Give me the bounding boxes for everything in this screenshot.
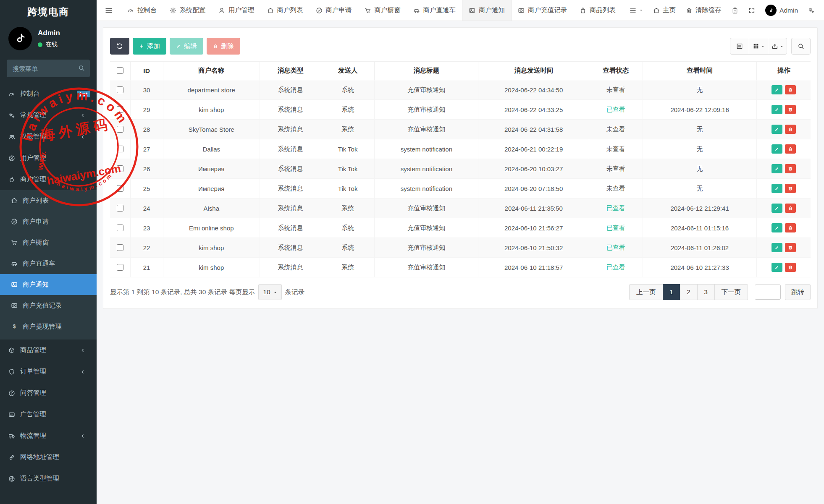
cell-id: 24 [130, 198, 163, 218]
home-icon [11, 197, 18, 204]
sidebar-item-product-management[interactable]: 商品管理 [0, 339, 97, 361]
nav-clipboard-button[interactable] [727, 0, 743, 21]
table-search-button[interactable] [791, 38, 811, 55]
row-edit-button[interactable] [772, 184, 782, 193]
row-delete-button[interactable] [785, 164, 796, 173]
sidebar-toggle-button[interactable] [97, 0, 121, 21]
sidebar-item-merchant-express[interactable]: 商户直通车 [0, 253, 97, 274]
row-checkbox[interactable] [117, 146, 123, 152]
tab-user-management[interactable]: 用户管理 [212, 0, 261, 21]
trash-icon [788, 87, 793, 92]
sidebar-item-general-management[interactable]: 常规管理 [0, 104, 97, 126]
row-delete-button[interactable] [785, 223, 796, 232]
row-checkbox[interactable] [117, 264, 123, 271]
row-checkbox[interactable] [117, 225, 123, 231]
nav-user-menu[interactable]: Admin [760, 0, 803, 21]
row-edit-button[interactable] [772, 85, 782, 94]
row-delete-button[interactable] [785, 125, 796, 134]
delete-button-label: 删除 [221, 42, 234, 51]
sidebar-item-ad-management[interactable]: 广告管理 [0, 404, 97, 425]
cell-view-status: 已查看 [589, 198, 643, 218]
sidebar-item-merchant-management[interactable]: 商户管理 [0, 169, 97, 190]
tab-system-config[interactable]: 系统配置 [163, 0, 212, 21]
row-checkbox[interactable] [117, 165, 123, 172]
row-checkbox[interactable] [117, 205, 123, 212]
nav-clear-cache-button[interactable]: 清除缓存 [681, 0, 727, 21]
row-edit-button[interactable] [772, 204, 782, 213]
page-size-select[interactable]: 10 [258, 284, 281, 300]
select-all-checkbox[interactable] [117, 67, 123, 74]
page-jump-button[interactable]: 跳转 [785, 284, 811, 300]
sidebar-item-label: 权限管理 [20, 132, 46, 141]
sidebar-item-merchant-notice[interactable]: 商户通知 [0, 274, 97, 295]
sidebar-item-dashboard[interactable]: 控制台hot [0, 83, 97, 104]
cell-title: 充值审核通知 [375, 100, 478, 120]
pagination-page-1[interactable]: 1 [663, 284, 680, 300]
tab-merchant-recharge-records[interactable]: 商户充值记录 [512, 0, 573, 21]
tab-label: 商品列表 [590, 6, 616, 15]
sidebar-item-label: 物流管理 [20, 431, 46, 440]
sidebar-item-merchant-showcase[interactable]: 商户橱窗 [0, 232, 97, 253]
columns-button[interactable] [749, 38, 768, 55]
row-checkbox[interactable] [117, 244, 123, 251]
tab-merchant-apply[interactable]: 商户申请 [310, 0, 358, 21]
tab-product-list[interactable]: 商品列表 [573, 0, 622, 21]
sidebar-item-qa-management[interactable]: 问答管理 [0, 382, 97, 404]
pagination-page-2[interactable]: 2 [680, 284, 698, 300]
tab-merchant-express[interactable]: 商户直通车 [407, 0, 462, 21]
row-edit-button[interactable] [772, 144, 782, 154]
nav-home-button[interactable]: 主页 [648, 0, 681, 21]
delete-button[interactable]: 删除 [207, 38, 240, 55]
sidebar-item-user-management[interactable]: 用户管理 [0, 147, 97, 169]
row-edit-button[interactable] [772, 243, 782, 252]
row-edit-button[interactable] [772, 125, 782, 134]
row-delete-button[interactable] [785, 243, 796, 252]
row-delete-button[interactable] [785, 85, 796, 94]
row-edit-button[interactable] [772, 263, 782, 272]
nav-list-dropdown[interactable] [625, 0, 648, 21]
row-delete-button[interactable] [785, 184, 796, 193]
row-checkbox[interactable] [117, 106, 123, 113]
tab-merchant-showcase[interactable]: 商户橱窗 [358, 0, 407, 21]
row-delete-button[interactable] [785, 105, 796, 114]
nav-fullscreen-button[interactable] [743, 0, 760, 21]
cell-merchant: Aisha [163, 198, 260, 218]
add-button[interactable]: 添加 [133, 38, 166, 55]
sidebar-item-merchant-recharge-records[interactable]: 商户充值记录 [0, 295, 97, 316]
sidebar-item-merchant-withdraw[interactable]: 商户提现管理 [0, 316, 97, 337]
row-edit-button[interactable] [772, 105, 782, 114]
menu-search-input[interactable] [7, 60, 90, 77]
tab-dashboard[interactable]: 控制台 [121, 0, 163, 21]
refresh-button[interactable] [110, 38, 129, 55]
row-checkbox[interactable] [117, 126, 123, 133]
nav-settings-button[interactable] [803, 0, 820, 21]
pagination-next[interactable]: 下一页 [714, 284, 748, 300]
detail-view-button[interactable] [730, 38, 749, 55]
sidebar-item-merchant-apply[interactable]: 商户申请 [0, 211, 97, 232]
row-checkbox[interactable] [117, 185, 123, 192]
row-checkbox[interactable] [117, 86, 123, 93]
sidebar-item-order-management[interactable]: 订单管理 [0, 361, 97, 382]
pencil-icon [774, 245, 779, 250]
cell-checkbox [110, 120, 130, 139]
export-button[interactable] [768, 38, 787, 55]
users-icon [8, 133, 15, 140]
sidebar-item-network-address-management[interactable]: 网络地址管理 [0, 447, 97, 468]
sidebar-item-logistics-management[interactable]: 物流管理 [0, 425, 97, 447]
page-jump-input[interactable] [755, 285, 781, 300]
sidebar-item-language-type-management[interactable]: 语言类型管理 [0, 468, 97, 489]
row-edit-button[interactable] [772, 223, 782, 232]
cell-sent-time: 2024-06-21 00:22:19 [478, 139, 589, 159]
row-edit-button[interactable] [772, 164, 782, 173]
tab-merchant-notice[interactable]: 商户通知 [462, 0, 512, 21]
sidebar-item-merchant-list[interactable]: 商户列表 [0, 190, 97, 211]
pagination-page-3[interactable]: 3 [697, 284, 715, 300]
row-delete-button[interactable] [785, 263, 796, 272]
pagination-prev[interactable]: 上一页 [629, 284, 663, 300]
sidebar-item-permission-management[interactable]: 权限管理 [0, 126, 97, 147]
edit-button[interactable]: 编辑 [170, 38, 203, 55]
tab-merchant-list[interactable]: 商户列表 [261, 0, 310, 21]
row-delete-button[interactable] [785, 144, 796, 154]
row-delete-button[interactable] [785, 204, 796, 213]
cell-merchant: Империя [163, 159, 260, 179]
